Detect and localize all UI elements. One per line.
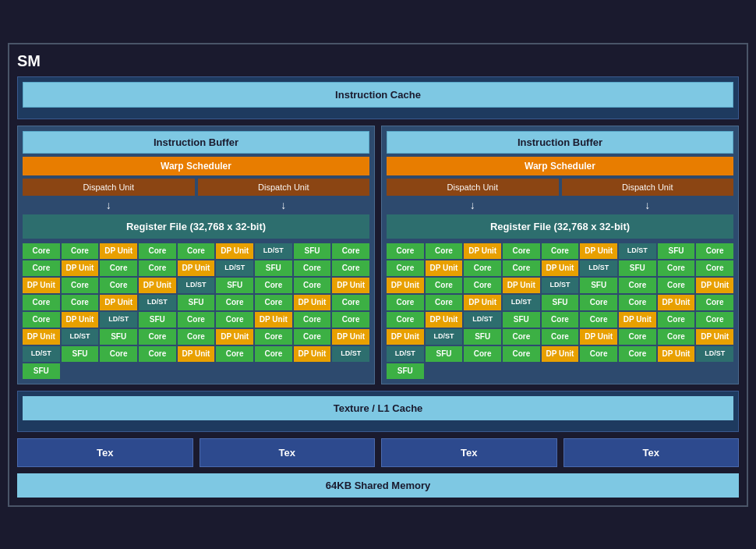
core-cell: Core	[216, 346, 253, 362]
ldst-cell: LD/ST	[464, 312, 501, 328]
ldst-cell: LD/ST	[580, 260, 617, 276]
ldst-cell: LD/ST	[255, 243, 292, 259]
right-instruction-buffer: Instruction Buffer	[387, 131, 733, 154]
sfu-cell: SFU	[216, 278, 253, 293]
texture-cache-block: Texture / L1 Cache	[17, 391, 739, 432]
dp-cell: DP Unit	[658, 295, 695, 310]
left-warp-scheduler: Warp Scheduler	[23, 157, 369, 175]
ldst-cell: LD/ST	[696, 346, 733, 362]
right-arrow-1: ↓	[387, 199, 559, 211]
instruction-cache: Instruction Cache	[23, 82, 733, 108]
sfu-cell: SFU	[255, 260, 292, 276]
dp-cell: DP Unit	[216, 329, 253, 345]
dp-cell: DP Unit	[62, 312, 99, 328]
dp-cell: DP Unit	[696, 278, 733, 293]
core-cell: Core	[23, 312, 60, 328]
core-cell: Core	[255, 329, 292, 345]
core-cell: Core	[619, 295, 656, 310]
right-arrows: ↓ ↓	[387, 199, 733, 211]
core-cell: Core	[178, 329, 215, 345]
core-cell: Core	[294, 260, 331, 276]
sm-diagram: SM Instruction Cache Instruction Buffer …	[8, 43, 748, 507]
dp-cell: DP Unit	[658, 346, 695, 362]
dp-cell: DP Unit	[216, 243, 253, 259]
core-cell: Core	[100, 260, 137, 276]
dp-cell: DP Unit	[426, 260, 463, 276]
sfu-cell: SFU	[139, 312, 176, 328]
core-cell: Core	[696, 243, 733, 259]
core-cell: Core	[658, 260, 695, 276]
dp-cell: DP Unit	[464, 295, 501, 310]
dp-cell: DP Unit	[178, 260, 215, 276]
ldst-cell: LD/ST	[216, 260, 253, 276]
left-pipeline: Instruction Buffer Warp Scheduler Dispat…	[17, 126, 375, 384]
dp-cell: DP Unit	[23, 278, 60, 293]
dp-cell: DP Unit	[294, 346, 331, 362]
left-instruction-buffer: Instruction Buffer	[23, 131, 369, 154]
core-cell: Core	[62, 278, 99, 293]
core-cell: Core	[62, 295, 99, 310]
core-cell: Core	[426, 278, 463, 293]
sfu-cell: SFU	[387, 363, 424, 379]
shared-memory: 64KB Shared Memory	[17, 473, 739, 498]
core-cell: Core	[100, 346, 137, 362]
core-cell: Core	[387, 260, 424, 276]
ldst-cell: LD/ST	[542, 278, 579, 293]
core-cell: Core	[294, 278, 331, 293]
core-cell: Core	[503, 260, 540, 276]
sfu-cell: SFU	[503, 312, 540, 328]
dp-cell: DP Unit	[696, 329, 733, 345]
core-cell: Core	[464, 346, 501, 362]
dp-cell: DP Unit	[255, 312, 292, 328]
dp-cell: DP Unit	[332, 278, 369, 293]
core-cell: Core	[503, 329, 540, 345]
core-cell: Core	[658, 312, 695, 328]
ldst-cell: LD/ST	[100, 312, 137, 328]
core-cell: Core	[464, 260, 501, 276]
dual-pipeline: Instruction Buffer Warp Scheduler Dispat…	[17, 126, 739, 384]
tex-unit-4: Tex	[563, 438, 740, 467]
core-cell: Core	[619, 278, 656, 293]
core-cell: Core	[216, 295, 253, 310]
core-cell: Core	[294, 329, 331, 345]
dp-cell: DP Unit	[139, 278, 176, 293]
dp-cell: DP Unit	[503, 278, 540, 293]
core-cell: Core	[255, 346, 292, 362]
sfu-cell: SFU	[658, 243, 695, 259]
sfu-cell: SFU	[580, 278, 617, 293]
ldst-cell: LD/ST	[503, 295, 540, 310]
dp-cell: DP Unit	[332, 329, 369, 345]
core-cell: Core	[542, 312, 579, 328]
core-cell: Core	[696, 312, 733, 328]
core-cell: Core	[23, 243, 60, 259]
ldst-cell: LD/ST	[139, 295, 176, 310]
core-cell: Core	[332, 312, 369, 328]
core-cell: Core	[658, 329, 695, 345]
sfu-cell: SFU	[619, 260, 656, 276]
sfu-cell: SFU	[542, 295, 579, 310]
core-cell: Core	[580, 312, 617, 328]
dp-cell: DP Unit	[387, 329, 424, 345]
dp-cell: DP Unit	[619, 312, 656, 328]
dp-cell: DP Unit	[542, 346, 579, 362]
core-cell: Core	[294, 312, 331, 328]
dp-cell: DP Unit	[580, 329, 617, 345]
left-dispatch-unit-1: Dispatch Unit	[23, 179, 195, 196]
core-cell: Core	[503, 243, 540, 259]
core-cell: Core	[464, 278, 501, 293]
left-arrow-1: ↓	[23, 199, 195, 211]
core-cell: Core	[23, 260, 60, 276]
dp-cell: DP Unit	[100, 243, 137, 259]
right-arrow-2: ↓	[562, 199, 734, 211]
dp-cell: DP Unit	[464, 243, 501, 259]
left-register-file: Register File (32,768 x 32-bit)	[23, 214, 369, 239]
sfu-cell: SFU	[294, 243, 331, 259]
sfu-cell: SFU	[62, 346, 99, 362]
right-dispatch-unit-2: Dispatch Unit	[562, 179, 734, 196]
core-cell: Core	[255, 295, 292, 310]
dp-cell: DP Unit	[542, 260, 579, 276]
core-cell: Core	[139, 243, 176, 259]
left-arrow-2: ↓	[198, 199, 370, 211]
dp-cell: DP Unit	[62, 260, 99, 276]
right-dispatch-row: Dispatch Unit Dispatch Unit	[387, 179, 733, 196]
